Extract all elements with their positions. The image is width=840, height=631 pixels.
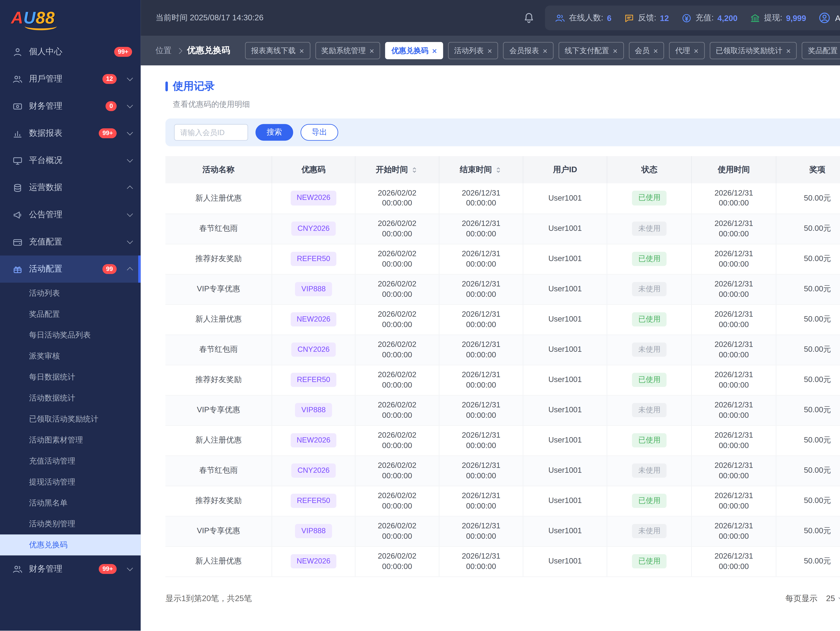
sidebar-subitem[interactable]: 提现活动管理: [0, 472, 141, 492]
breadcrumb: 位置 优惠兑换码: [156, 45, 230, 56]
status-badge: 未使用: [632, 282, 667, 297]
member-id-input[interactable]: [174, 124, 248, 140]
close-icon[interactable]: [487, 46, 492, 55]
sidebar-subitem[interactable]: 每日活动奖品列表: [0, 325, 141, 345]
close-icon[interactable]: [613, 46, 617, 55]
current-time-value: 2025/08/17 14:30:26: [190, 13, 264, 22]
table-row: 新人注册优惠NEW20262026/02/02 00:00:002026/12/…: [165, 425, 840, 456]
platform-icon: [12, 155, 23, 166]
user-menu[interactable]: Amil123...: [818, 12, 840, 24]
sidebar-subitem[interactable]: 优惠兑换码: [0, 535, 141, 555]
coupon-code-badge-td: CNY2026: [272, 334, 355, 365]
start-time-cell-td: 2026/02/02 00:00:00: [355, 274, 439, 304]
export-button[interactable]: 导出: [300, 124, 338, 140]
sidebar-item[interactable]: 活动配置99: [0, 256, 141, 283]
table-row: 春节红包雨CNY20262026/02/02 00:00:002026/12/3…: [165, 213, 840, 244]
status-badge: 未使用: [632, 463, 667, 478]
notification-badge: 99: [102, 264, 117, 274]
sidebar-item-label: 用戶管理: [29, 73, 62, 85]
chart-icon: [12, 128, 23, 139]
sidebar-subitem[interactable]: 活动列表: [0, 282, 141, 304]
close-icon[interactable]: [432, 46, 437, 55]
sort-icon[interactable]: [494, 166, 502, 174]
sidebar-item[interactable]: 运营数据: [0, 174, 141, 201]
column-label: 奖项: [809, 164, 826, 175]
sidebar-subitem[interactable]: 活动黑名单: [0, 492, 141, 513]
close-icon[interactable]: [694, 46, 698, 55]
title-accent-bar: [165, 81, 168, 91]
per-page-select[interactable]: 25: [826, 594, 840, 603]
tab-item[interactable]: 已领取活动奖励统计: [710, 42, 797, 59]
close-icon[interactable]: [299, 46, 304, 55]
sidebar-subitem[interactable]: 派奖审核: [0, 345, 141, 367]
status-badge: 未使用: [632, 403, 667, 418]
sidebar-item[interactable]: 数据报表99+: [0, 120, 141, 147]
topbar: 当前时间 2025/08/17 14:30:26 在线人数:6反馈:12充值:4…: [141, 0, 840, 36]
status-badge: 已使用: [632, 554, 667, 569]
sidebar-item[interactable]: 個人中心99+: [0, 38, 141, 66]
table-row: VIP专享优惠VIP8882026/02/02 00:00:002026/12/…: [165, 274, 840, 304]
tab-item[interactable]: 会员报表: [503, 42, 554, 59]
coupon-code-badge: NEW2026: [291, 554, 336, 569]
used-time-cell-td: 2026/12/31 00:00:00: [692, 486, 776, 516]
sidebar: A U 88 個人中心99+用戶管理12财务管理0数据报表99+平台概况运营数据…: [0, 0, 141, 631]
coupon-code-badge: NEW2026: [291, 312, 336, 327]
sidebar-item[interactable]: 用戶管理12: [0, 65, 141, 93]
tab-item[interactable]: 奖励系统管理: [315, 42, 381, 59]
sidebar-item[interactable]: 平台概况: [0, 147, 141, 174]
status-badge-td: 已使用: [607, 244, 692, 274]
chevron-down-icon: [127, 129, 133, 136]
table-row: 春节红包雨CNY20262026/02/02 00:00:002026/12/3…: [165, 456, 840, 486]
tab-item[interactable]: 线下支付配置: [559, 42, 624, 59]
close-icon[interactable]: [543, 46, 547, 55]
column-header: 奖项: [776, 156, 840, 183]
coupon-code-badge-td: REFER50: [272, 365, 355, 395]
sidebar-item[interactable]: 充值配置: [0, 228, 141, 256]
table-row: 推荐好友奖励REFER502026/02/02 00:00:002026/12/…: [165, 365, 840, 395]
tab-item[interactable]: 会员: [628, 42, 664, 59]
stat-label: 在线人数:: [569, 12, 603, 24]
activity-name-cell-td: 春节红包雨: [165, 334, 272, 365]
table-footer: 显示1到第20笔，共25笔 每页显示 25 笔 34: [165, 590, 840, 606]
user-id-cell-td: User1001: [523, 183, 607, 213]
per-page-label: 每页显示: [785, 593, 818, 604]
status-badge-td: 未使用: [607, 456, 692, 486]
sidebar-subitem[interactable]: 奖品配置: [0, 304, 141, 325]
tab-item[interactable]: 奖品配置: [802, 42, 840, 59]
sidebar-subitem[interactable]: 已领取活动奖励统计: [0, 409, 141, 429]
per-page-value: 25: [826, 594, 835, 603]
prize-cell-td: 50.00元: [776, 213, 840, 244]
tab-label: 会员报表: [509, 45, 539, 56]
sidebar-item[interactable]: 公告管理: [0, 201, 141, 229]
end-time-cell-td: 2026/12/31 00:00:00: [439, 213, 523, 244]
topbar-stat: 反馈:12: [624, 12, 669, 24]
sidebar-subitem[interactable]: 充值活动管理: [0, 451, 141, 472]
tab-item[interactable]: 代理: [669, 42, 705, 59]
tab-item[interactable]: 报表离线下载: [245, 42, 310, 59]
sidebar-subitem[interactable]: 每日数据统计: [0, 367, 141, 388]
sidebar-subitem[interactable]: 活动数据统计: [0, 388, 141, 409]
table-row: 新人注册优惠NEW20262026/02/02 00:00:002026/12/…: [165, 546, 840, 576]
column-label: 使用时间: [718, 164, 750, 175]
status-badge: 已使用: [632, 433, 667, 448]
search-button[interactable]: 搜索: [256, 124, 293, 140]
status-badge: 未使用: [632, 342, 667, 357]
close-icon[interactable]: [786, 46, 791, 55]
sort-icon[interactable]: [411, 166, 418, 174]
close-icon[interactable]: [653, 46, 658, 55]
bell-icon[interactable]: [523, 12, 535, 24]
close-icon[interactable]: [369, 46, 374, 55]
sidebar-item[interactable]: 财务管理0: [0, 93, 141, 120]
breadcrumb-location: 位置: [156, 45, 172, 56]
sidebar-item[interactable]: 财务管理99+: [0, 555, 141, 583]
logo-text-u: U: [24, 8, 36, 28]
tab-item[interactable]: 优惠兑换码: [385, 42, 443, 59]
sidebar-subitem[interactable]: 活动类别管理: [0, 513, 141, 535]
sidebar-subitem[interactable]: 活动图素材管理: [0, 429, 141, 451]
coupon-code-badge-td: VIP888: [272, 274, 355, 304]
breadcrumb-current: 优惠兑换码: [187, 45, 230, 56]
end-time-cell-td: 2026/12/31 00:00:00: [439, 486, 523, 516]
tab-item[interactable]: 活动列表: [448, 42, 498, 59]
prize-cell-td: 50.00元: [776, 486, 840, 516]
coupon-code-badge: NEW2026: [291, 433, 336, 448]
